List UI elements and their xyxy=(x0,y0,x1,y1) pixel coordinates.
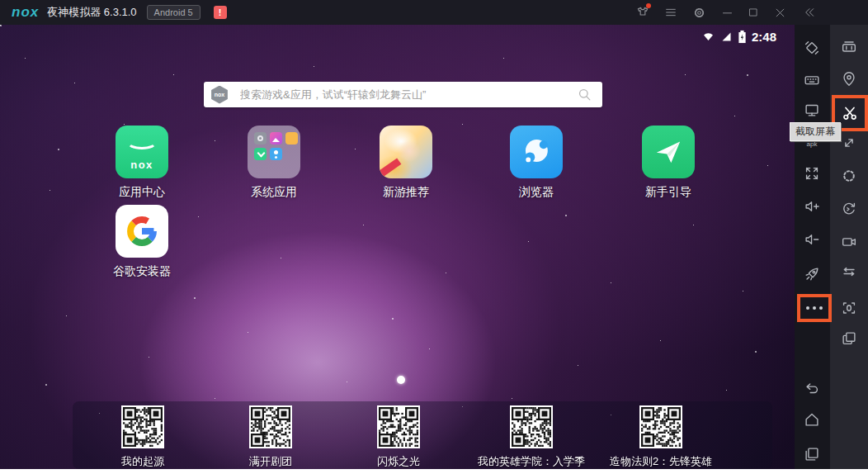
files-mini-icon xyxy=(285,132,298,145)
qr-label: 满开剧团 xyxy=(205,454,337,469)
virtual-location-icon[interactable] xyxy=(839,69,859,89)
app-label: 新手引导 xyxy=(629,185,708,200)
settings-mini-icon xyxy=(254,132,267,145)
video-camera-icon[interactable] xyxy=(839,232,859,252)
home-nav-icon[interactable] xyxy=(802,410,822,429)
script-recorder-icon[interactable] xyxy=(839,37,859,57)
nox-hex-badge: nox xyxy=(210,86,229,104)
search-icon[interactable] xyxy=(577,87,592,102)
google-g-icon xyxy=(116,205,168,258)
collapse-sidebar-icon[interactable] xyxy=(800,2,819,22)
status-bar: 2:48 xyxy=(701,30,776,44)
signal-icon xyxy=(720,31,733,43)
qr-code xyxy=(121,405,164,448)
app-label: 系统应用 xyxy=(234,185,314,200)
apk-text: apk xyxy=(807,141,818,148)
new-games-icon xyxy=(380,126,432,178)
menu-icon[interactable] xyxy=(661,2,681,22)
rocket-boost-icon[interactable] xyxy=(802,264,822,284)
user-mini-icon xyxy=(270,148,282,160)
app-app-center[interactable]: nox 应用中心 xyxy=(102,126,182,200)
my-computer-icon[interactable] xyxy=(802,100,822,120)
android-version-badge: Android 5 xyxy=(147,5,200,20)
app-center-icon: nox xyxy=(116,126,168,178)
gallery-mini-icon xyxy=(270,132,282,145)
browser-icon xyxy=(510,126,563,178)
loading-spinner-icon[interactable] xyxy=(839,166,859,186)
qr-item: 我的英雄学院：入学季 xyxy=(465,405,597,469)
qr-code xyxy=(639,405,682,448)
window-bottom-margin xyxy=(0,469,868,474)
qr-label: 闪烁之光 xyxy=(333,454,465,469)
qr-code xyxy=(377,405,420,448)
more-options-icon[interactable] xyxy=(806,306,823,310)
app-label: 谷歌安装器 xyxy=(102,264,182,279)
nox-emulator-window: nox 夜神模拟器 6.3.1.0 Android 5 ! xyxy=(0,0,868,474)
close-icon[interactable] xyxy=(770,2,790,22)
paper-plane-icon xyxy=(642,126,695,178)
settings-gear-icon[interactable] xyxy=(689,2,709,22)
nox-logo: nox xyxy=(12,4,39,21)
window-title: 夜神模拟器 6.3.1.0 xyxy=(47,5,136,20)
download-mini-icon xyxy=(254,148,267,160)
stars-layer-bright xyxy=(0,25,2,26)
qr-item: 闪烁之光 xyxy=(333,405,465,469)
highlight-box-more xyxy=(797,294,832,322)
smile-arc xyxy=(126,134,158,149)
titlebar: nox 夜神模拟器 6.3.1.0 Android 5 ! xyxy=(0,0,868,25)
swap-arrows-icon[interactable] xyxy=(839,262,859,282)
screenshot-tooltip: 截取屏幕 xyxy=(790,122,841,141)
qr-label: 造物法则2：先锋英雄 xyxy=(595,454,727,469)
qr-label: 我的起源 xyxy=(77,454,209,469)
android-screen: 2:48 nox nox 应用中心 系统应用 xyxy=(0,25,795,469)
screenshot-scissors-icon[interactable] xyxy=(840,103,860,123)
qr-item: 我的起源 xyxy=(77,405,209,469)
maximize-icon[interactable] xyxy=(743,2,763,22)
volume-down-icon[interactable] xyxy=(802,230,822,249)
app-label: 新游推荐 xyxy=(366,185,446,200)
qr-label: 我的英雄学院：入学季 xyxy=(465,454,597,469)
search-input[interactable] xyxy=(238,88,570,102)
app-new-games[interactable]: 新游推荐 xyxy=(366,126,446,200)
app-label: 应用中心 xyxy=(102,185,182,200)
shirt-theme-icon[interactable] xyxy=(633,2,653,22)
nox-wordmark: nox xyxy=(116,159,168,171)
resize-window-icon[interactable] xyxy=(839,133,859,153)
page-indicator-dot xyxy=(397,376,405,384)
volume-up-icon[interactable] xyxy=(802,197,822,216)
notification-dot xyxy=(646,3,651,8)
qr-item: 满开剧团 xyxy=(205,405,337,469)
qr-item: 造物法则2：先锋英雄 xyxy=(595,405,727,469)
battery-charging-icon xyxy=(738,30,747,44)
minimize-icon[interactable] xyxy=(717,2,737,22)
clock: 2:48 xyxy=(752,30,776,44)
fullscreen-icon[interactable] xyxy=(802,164,822,183)
recent-apps-nav-icon[interactable] xyxy=(802,444,822,464)
restart-icon[interactable] xyxy=(839,199,859,219)
region-capture-icon[interactable] xyxy=(839,298,859,318)
system-apps-folder-icon xyxy=(248,126,300,178)
app-label: 浏览器 xyxy=(497,185,576,200)
qr-dock: 我的起源 满开剧团 闪烁之光 我的英雄学院：入学季 造物法则2：先锋英雄 xyxy=(73,401,772,469)
keyboard-icon[interactable] xyxy=(802,70,822,90)
app-google-installer[interactable]: 谷歌安装器 xyxy=(102,205,182,279)
qr-code xyxy=(249,405,292,448)
shake-icon[interactable] xyxy=(802,38,822,58)
app-browser[interactable]: 浏览器 xyxy=(497,126,576,200)
app-beginner-guide[interactable]: 新手引导 xyxy=(629,126,708,200)
search-bar[interactable]: nox xyxy=(204,82,602,107)
alert-badge[interactable]: ! xyxy=(214,6,227,19)
back-nav-icon[interactable] xyxy=(802,378,822,398)
multi-instance-icon[interactable] xyxy=(839,329,859,348)
qr-code xyxy=(510,405,553,448)
wifi-icon xyxy=(701,31,715,43)
app-system-folder[interactable]: 系统应用 xyxy=(234,126,314,200)
